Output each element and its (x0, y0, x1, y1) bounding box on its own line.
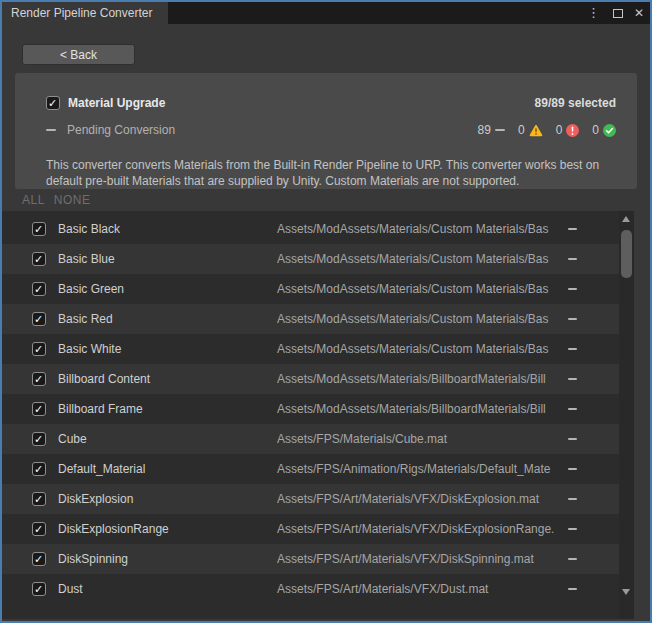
item-name: Billboard Frame (58, 394, 143, 424)
item-name: Basic Red (58, 304, 113, 334)
item-status-dash-icon (568, 258, 577, 260)
item-checkbox[interactable]: ✓ (32, 462, 46, 476)
item-checkbox[interactable]: ✓ (32, 432, 46, 446)
item-name: Basic Blue (58, 244, 115, 274)
item-status-dash-icon (568, 318, 577, 320)
item-status-dash-icon (568, 438, 577, 440)
render-pipeline-converter-window: Render Pipeline Converter ⋮ ✕ < Back ✓ M… (0, 0, 652, 623)
item-path: Assets/ModAssets/Materials/Custom Materi… (277, 334, 563, 364)
item-path: Assets/FPS/Art/Materials/VFX/DiskExplosi… (277, 514, 563, 544)
list-item[interactable]: ✓Default_MaterialAssets/FPS/Animation/Ri… (2, 454, 619, 484)
scrollbar-thumb[interactable] (621, 230, 632, 278)
checkmark-icon: ✓ (34, 552, 43, 566)
pending-dash-icon (46, 129, 56, 131)
item-name: Billboard Content (58, 364, 150, 394)
item-name: Basic White (58, 334, 121, 364)
checkmark-icon: ✓ (34, 282, 43, 296)
success-count: 0 (592, 123, 616, 137)
list-item[interactable]: ✓Basic BlackAssets/ModAssets/Materials/C… (2, 214, 619, 244)
material-upgrade-checkbox[interactable]: ✓ (46, 96, 60, 110)
item-checkbox[interactable]: ✓ (32, 222, 46, 236)
item-path: Assets/FPS/Art/Materials/VFX/DiskExplosi… (277, 484, 563, 514)
success-icon (603, 124, 616, 137)
list-item[interactable]: ✓DustAssets/FPS/Art/Materials/VFX/Dust.m… (2, 574, 619, 604)
materials-list: ✓Basic BlackAssets/ModAssets/Materials/C… (2, 211, 650, 619)
item-name: Default_Material (58, 454, 145, 484)
item-path: Assets/FPS/Animation/Rigs/Materials/Defa… (277, 454, 563, 484)
list-item[interactable]: ✓Basic BlueAssets/ModAssets/Materials/Cu… (2, 244, 619, 274)
item-name: DiskExplosionRange (58, 514, 169, 544)
list-item[interactable]: ✓DiskExplosionRangeAssets/FPS/Art/Materi… (2, 514, 619, 544)
item-name: DiskExplosion (58, 484, 133, 514)
list-item[interactable]: ✓CubeAssets/FPS/Materials/Cube.mat (2, 424, 619, 454)
checkmark-icon: ✓ (34, 432, 43, 446)
item-path: Assets/ModAssets/Materials/Custom Materi… (277, 304, 563, 334)
checkmark-icon: ✓ (34, 402, 43, 416)
item-status-dash-icon (568, 558, 577, 560)
list-item[interactable]: ✓Basic WhiteAssets/ModAssets/Materials/C… (2, 334, 619, 364)
status-counts: 89 0 0 (478, 123, 616, 137)
list-item[interactable]: ✓Basic RedAssets/ModAssets/Materials/Cus… (2, 304, 619, 334)
item-checkbox[interactable]: ✓ (32, 372, 46, 386)
item-name: Dust (58, 574, 83, 604)
item-checkbox[interactable]: ✓ (32, 252, 46, 266)
select-all-button[interactable]: ALL (22, 193, 45, 209)
checkmark-icon: ✓ (34, 522, 43, 536)
item-path: Assets/ModAssets/Materials/Custom Materi… (277, 244, 563, 274)
item-path: Assets/ModAssets/Materials/BillboardMate… (277, 364, 563, 394)
checkmark-icon: ✓ (34, 492, 43, 506)
converter-name: Material Upgrade (68, 96, 165, 110)
item-path: Assets/ModAssets/Materials/BillboardMate… (277, 394, 563, 424)
status-label: Pending Conversion (67, 123, 175, 137)
checkmark-icon: ✓ (34, 582, 43, 596)
item-checkbox[interactable]: ✓ (32, 312, 46, 326)
item-checkbox[interactable]: ✓ (32, 282, 46, 296)
item-path: Assets/ModAssets/Materials/Custom Materi… (277, 274, 563, 304)
close-icon[interactable]: ✕ (634, 6, 644, 20)
warning-icon (529, 124, 543, 137)
item-path: Assets/FPS/Materials/Cube.mat (277, 424, 563, 454)
item-name: DiskSpinning (58, 544, 128, 574)
item-status-dash-icon (568, 468, 577, 470)
tab-render-pipeline-converter[interactable]: Render Pipeline Converter (2, 2, 168, 24)
error-icon (566, 124, 579, 137)
converter-panel: ✓ Material Upgrade 89/89 selected Pendin… (15, 73, 637, 189)
list-item[interactable]: ✓Basic GreenAssets/ModAssets/Materials/C… (2, 274, 619, 304)
window-title: Render Pipeline Converter (11, 6, 152, 20)
scroll-down-icon[interactable] (622, 589, 630, 595)
converter-description: This converter converts Materials from t… (46, 157, 612, 189)
item-status-dash-icon (568, 498, 577, 500)
item-checkbox[interactable]: ✓ (32, 492, 46, 506)
select-none-button[interactable]: NONE (54, 193, 91, 209)
list-item[interactable]: ✓DiskSpinningAssets/FPS/Art/Materials/VF… (2, 544, 619, 574)
checkmark-icon: ✓ (34, 222, 43, 236)
item-status-dash-icon (568, 528, 577, 530)
item-status-dash-icon (568, 378, 577, 380)
item-status-dash-icon (568, 408, 577, 410)
list-item[interactable]: ✓Billboard ContentAssets/ModAssets/Mater… (2, 364, 619, 394)
item-checkbox[interactable]: ✓ (32, 342, 46, 356)
item-checkbox[interactable]: ✓ (32, 522, 46, 536)
list-item[interactable]: ✓DiskExplosionAssets/FPS/Art/Materials/V… (2, 484, 619, 514)
item-checkbox[interactable]: ✓ (32, 552, 46, 566)
item-status-dash-icon (568, 228, 577, 230)
selected-count: 89/89 selected (535, 96, 616, 110)
list-item[interactable]: ✓Billboard FrameAssets/ModAssets/Materia… (2, 394, 619, 424)
item-name: Basic Black (58, 214, 120, 244)
converter-header-row: ✓ Material Upgrade 89/89 selected (46, 95, 616, 111)
item-checkbox[interactable]: ✓ (32, 402, 46, 416)
checkmark-icon: ✓ (34, 462, 43, 476)
titlebar-icons: ⋮ ✕ (585, 2, 644, 24)
checkmark-icon: ✓ (34, 372, 43, 386)
error-count: 0 (556, 123, 580, 137)
selection-controls: ALL NONE (22, 193, 91, 209)
checkmark-icon: ✓ (48, 96, 57, 110)
item-path: Assets/ModAssets/Materials/Custom Materi… (277, 214, 563, 244)
window-menu-icon[interactable]: ⋮ (585, 2, 602, 24)
scroll-up-icon[interactable] (622, 216, 630, 222)
item-checkbox[interactable]: ✓ (32, 582, 46, 596)
scrollbar[interactable] (619, 211, 634, 619)
back-button[interactable]: < Back (22, 44, 135, 65)
warning-count: 0 (518, 123, 543, 137)
maximize-icon[interactable] (613, 9, 623, 18)
